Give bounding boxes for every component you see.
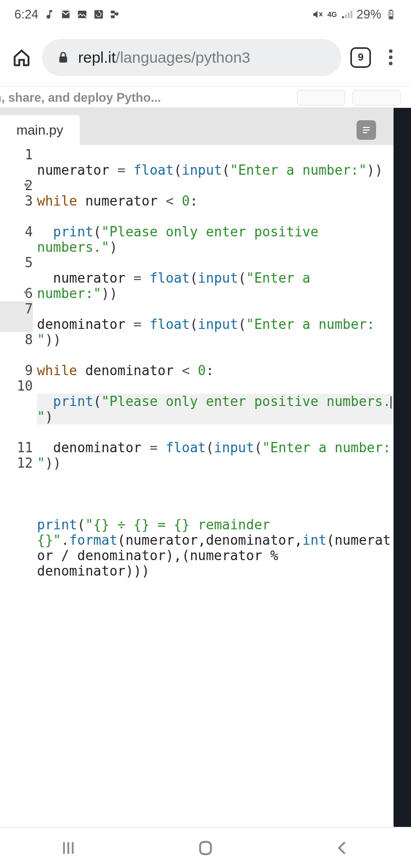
line-number: 4 bbox=[0, 224, 33, 239]
code-line-7: print("Please only enter positive number… bbox=[37, 394, 394, 424]
battery-percent: 29% bbox=[357, 7, 381, 22]
mute-icon bbox=[312, 9, 323, 20]
lock-icon bbox=[57, 51, 70, 64]
code-line-3: print("Please only enter positive number… bbox=[37, 224, 394, 255]
nav-home-button[interactable] bbox=[193, 836, 218, 860]
android-nav-bar bbox=[0, 827, 411, 868]
image-icon bbox=[77, 9, 88, 20]
code-line-9 bbox=[37, 486, 394, 502]
banner-button-2[interactable] bbox=[352, 90, 401, 105]
editor-main: main.py 1 2 3 4 5 6 7 8 bbox=[0, 108, 394, 827]
refresh-icon bbox=[93, 9, 104, 20]
banner-button-1[interactable] bbox=[297, 90, 345, 105]
status-time: 6:24 bbox=[14, 7, 39, 22]
code-line-11 bbox=[37, 594, 394, 610]
signal-icon bbox=[341, 9, 352, 20]
line-number: 9 bbox=[0, 363, 33, 378]
banner-truncated-text: n, share, and deploy Pytho... bbox=[0, 90, 161, 105]
svg-rect-7 bbox=[389, 16, 393, 19]
console-panel-edge[interactable] bbox=[394, 108, 411, 827]
line-number: 5 bbox=[0, 255, 33, 270]
code-line-8: denominator = float(input("Enter a numbe… bbox=[37, 440, 394, 471]
nav-recents-button[interactable] bbox=[56, 836, 81, 860]
code-line-6: while denominator < 0: bbox=[37, 363, 394, 378]
svg-rect-2 bbox=[110, 11, 114, 14]
url-bar[interactable]: repl.it/languages/python3 bbox=[42, 39, 341, 76]
svg-rect-6 bbox=[390, 10, 392, 11]
banner-buttons bbox=[297, 90, 401, 105]
file-tab-main-py[interactable]: main.py bbox=[0, 115, 80, 145]
line-number: 1 bbox=[0, 147, 33, 162]
editor-wrap-button[interactable] bbox=[357, 120, 376, 140]
file-tab-row: main.py bbox=[0, 108, 394, 145]
text-cursor bbox=[390, 396, 391, 409]
line-number: 6 bbox=[0, 286, 33, 301]
tab-count-value: 9 bbox=[358, 51, 363, 63]
code-editor[interactable]: 1 2 3 4 5 6 7 8 9 10 11 12 bbox=[0, 145, 394, 827]
code-line-10: print("{} ÷ {} = {} remainder {}".format… bbox=[37, 517, 394, 579]
code-content[interactable]: numerator = float(input("Enter a number:… bbox=[37, 145, 394, 827]
svg-rect-8 bbox=[59, 56, 67, 62]
svg-rect-3 bbox=[115, 12, 118, 15]
line-number: 3 bbox=[0, 193, 33, 209]
code-line-1: numerator = float(input("Enter a number:… bbox=[37, 162, 394, 178]
url-path: /languages/python3 bbox=[116, 49, 250, 66]
editor-container: main.py 1 2 3 4 5 6 7 8 bbox=[0, 108, 411, 827]
status-right: 4G 29% bbox=[312, 7, 397, 22]
editor-toolbar-right bbox=[357, 120, 376, 140]
music-note-icon bbox=[44, 9, 55, 20]
page-header-banner: n, share, and deploy Pytho... bbox=[0, 86, 411, 108]
line-number: 2 bbox=[0, 178, 33, 193]
flag-icon bbox=[109, 9, 121, 20]
code-line-12 bbox=[37, 625, 394, 640]
url-domain: repl.it bbox=[78, 49, 116, 66]
network-label: 4G bbox=[327, 10, 337, 19]
url-text: repl.it/languages/python3 bbox=[78, 49, 250, 66]
android-status-bar: 6:24 4G 29% bbox=[0, 0, 411, 29]
code-line-4: numerator = float(input("Enter a number:… bbox=[37, 270, 394, 301]
battery-icon bbox=[385, 9, 397, 20]
file-tab-label: main.py bbox=[16, 122, 63, 138]
status-left: 6:24 bbox=[14, 7, 121, 22]
browser-home-button[interactable] bbox=[10, 46, 33, 69]
line-number: 8 bbox=[0, 332, 33, 347]
tab-switcher-button[interactable]: 9 bbox=[350, 47, 371, 68]
code-line-2: while numerator < 0: bbox=[37, 193, 394, 209]
nav-back-button[interactable] bbox=[330, 836, 355, 860]
svg-rect-4 bbox=[110, 15, 114, 19]
code-line-5: denominator = float(input("Enter a numbe… bbox=[37, 317, 394, 347]
line-number: 10 bbox=[0, 378, 33, 394]
browser-menu-button[interactable] bbox=[380, 47, 401, 68]
mail-icon bbox=[60, 9, 71, 20]
svg-rect-12 bbox=[200, 842, 211, 854]
browser-toolbar: repl.it/languages/python3 9 bbox=[0, 29, 411, 86]
line-number: 12 bbox=[0, 455, 33, 471]
line-number: 7 bbox=[0, 301, 33, 317]
line-number: 11 bbox=[0, 440, 33, 455]
svg-rect-0 bbox=[78, 11, 86, 19]
line-number-gutter: 1 2 3 4 5 6 7 8 9 10 11 12 bbox=[0, 145, 37, 827]
